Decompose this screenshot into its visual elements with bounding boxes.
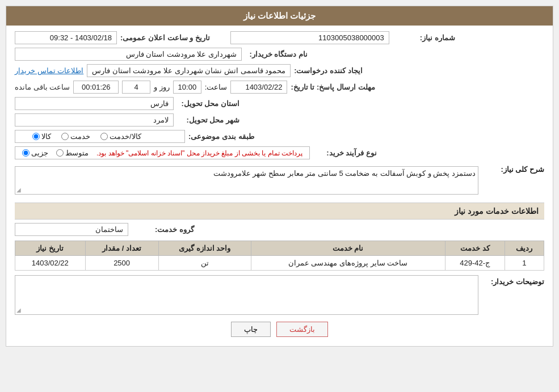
col-count: تعداد / مقدار xyxy=(85,241,158,256)
process-value-box: پرداخت تمام یا بخشی از مبلغ خریداز محل "… xyxy=(15,146,310,159)
process-motavaset-radio[interactable] xyxy=(56,149,64,157)
buyer-desc-section: توضیحات خریدار: ◢ xyxy=(15,275,544,315)
deadline-time-label: ساعت: xyxy=(205,83,228,91)
category-khedmat-label: خدمت xyxy=(70,132,90,141)
sharh-label: شرح کلی نیاز: xyxy=(482,163,544,174)
button-row: بازگشت چاپ xyxy=(15,322,544,337)
process-jozei-item: جزیی xyxy=(22,149,48,157)
countdown-label: ساعت باقی مانده xyxy=(15,83,70,91)
process-jozei-radio[interactable] xyxy=(22,149,30,157)
col-unit: واحد اندازه گیری xyxy=(158,241,251,256)
process-motavaset-item: متوسط xyxy=(56,149,89,157)
service-info-header: اطلاعات خدمات مورد نیاز xyxy=(15,203,544,220)
services-table: ردیف کد خدمت نام خدمت واحد اندازه گیری ت… xyxy=(15,241,544,271)
services-table-wrapper: ردیف کد خدمت نام خدمت واحد اندازه گیری ت… xyxy=(15,241,544,271)
city-value: لامرد xyxy=(15,113,174,127)
category-kala-item: کالا xyxy=(32,132,51,141)
buyer-desc-box: ◢ xyxy=(15,275,478,315)
category-label: طبقه بندی موضوعی: xyxy=(188,132,254,141)
cell-row: 1 xyxy=(505,256,544,271)
cell-date: 1403/02/22 xyxy=(15,256,86,271)
cell-count: 2500 xyxy=(85,256,158,271)
resize-handle: ◢ xyxy=(16,187,21,193)
province-value: فارس xyxy=(15,97,174,110)
buyer-desc-label: توضیحات خریدار: xyxy=(482,275,544,286)
creator-label: ایجاد کننده درخواست: xyxy=(294,66,363,75)
announce-datetime-value: 1403/02/18 - 09:32 xyxy=(15,31,117,44)
cell-unit: تن xyxy=(158,256,251,271)
org-name-value: شهرداری علا مرودشت استان فارس xyxy=(15,48,242,61)
process-row: نوع فرآیند خرید: پرداخت تمام یا بخشی از … xyxy=(15,146,544,159)
category-row: طبقه بندی موضوعی: کالا/خدمت خدمت کالا xyxy=(15,130,544,143)
deadline-date: 1403/02/22 xyxy=(230,81,287,94)
province-label: استان محل تحویل: xyxy=(177,99,239,108)
need-number-label: شماره نیاز: xyxy=(393,33,455,42)
deadline-time: 10:00 xyxy=(173,81,201,94)
category-khedmat-radio[interactable] xyxy=(61,133,69,140)
page-title: جزئیات اطلاعات نیاز xyxy=(6,6,553,26)
col-name: نام خدمت xyxy=(251,241,445,256)
announce-datetime-label: تاریخ و ساعت اعلان عمومی: xyxy=(120,33,210,42)
process-motavaset-label: متوسط xyxy=(65,149,89,157)
creator-value: محمود قاسمی اتش نشان شهرداری علا مرودشت … xyxy=(87,64,291,77)
buyer-desc-resize-handle: ◢ xyxy=(16,307,21,313)
process-label: نوع فرآیند خرید: xyxy=(314,149,377,157)
sharh-row: شرح کلی نیاز: دستمزد پخش و کوبش آسفالت ب… xyxy=(15,163,544,198)
deadline-row: مهلت ارسال پاسخ: تا تاریخ: 1403/02/22 سا… xyxy=(15,81,544,94)
need-number-row: شماره نیاز: 1103005038000003 تاریخ و ساع… xyxy=(15,31,544,44)
creator-row: ایجاد کننده درخواست: محمود قاسمی اتش نشا… xyxy=(15,64,544,77)
category-khedmat-item: خدمت xyxy=(61,132,90,141)
cell-code: ج-42-429 xyxy=(445,256,505,271)
process-jozei-label: جزیی xyxy=(31,149,48,157)
cell-name: ساخت سایر پروژه‌های مهندسی عمران xyxy=(251,256,445,271)
category-kala-radio[interactable] xyxy=(32,133,40,140)
org-name-row: نام دستگاه خریدار: شهرداری علا مرودشت اس… xyxy=(15,48,544,61)
category-value-box: کالا/خدمت خدمت کالا xyxy=(15,130,185,143)
province-row: استان محل تحویل: فارس xyxy=(15,97,544,110)
contact-link[interactable]: اطلاعات تماس خریدار xyxy=(15,66,83,75)
col-row: ردیف xyxy=(505,241,544,256)
deadline-label: مهلت ارسال پاسخ: تا تاریخ: xyxy=(291,83,375,91)
service-group-label: گروه خدمت: xyxy=(132,225,194,234)
city-label: شهر محل تحویل: xyxy=(177,116,239,124)
print-button[interactable]: چاپ xyxy=(231,322,271,337)
back-button[interactable]: بازگشت xyxy=(276,322,328,337)
table-row: 1ج-42-429ساخت سایر پروژه‌های مهندسی عمرا… xyxy=(15,256,544,271)
col-date: تاریخ نیاز xyxy=(15,241,86,256)
col-code: کد خدمت xyxy=(445,241,505,256)
city-row: شهر محل تحویل: لامرد xyxy=(15,113,544,127)
deadline-days-label: روز و xyxy=(154,83,170,91)
category-kala-khedmat-item: کالا/خدمت xyxy=(100,132,141,141)
category-kala-khedmat-radio[interactable] xyxy=(100,133,108,140)
process-notice: پرداخت تمام یا بخشی از مبلغ خریداز محل "… xyxy=(96,149,302,157)
service-group-row: گروه خدمت: ساختمان xyxy=(15,223,544,236)
service-group-value: ساختمان xyxy=(15,223,128,236)
need-number-value: 1103005038000003 xyxy=(230,31,389,44)
sharh-value: دستمزد پخش و کوبش آسفالت به ضخامت 5 سانت… xyxy=(213,169,476,178)
category-kala-khedmat-label: کالا/خدمت xyxy=(110,132,141,141)
sharh-box: دستمزد پخش و کوبش آسفالت به ضخامت 5 سانت… xyxy=(15,166,478,195)
category-kala-label: کالا xyxy=(41,132,51,141)
countdown-value: 00:01:26 xyxy=(73,81,119,94)
deadline-days: 4 xyxy=(122,81,150,94)
org-name-label: نام دستگاه خریدار: xyxy=(245,50,308,58)
